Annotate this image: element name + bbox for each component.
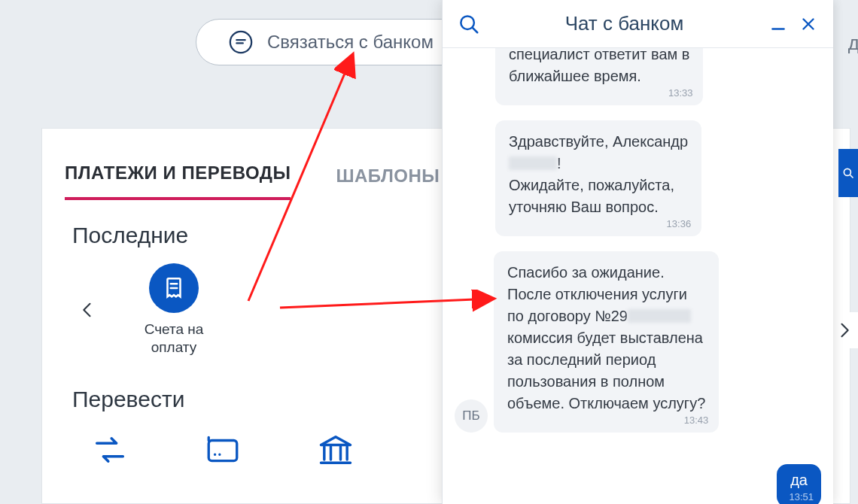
msg-time: 13:43 [684, 414, 709, 428]
tab-templates[interactable]: ШАБЛОНЫ [336, 165, 440, 200]
chat-minimize-button[interactable] [767, 13, 790, 35]
chat-icon [228, 29, 254, 55]
chat-body: специалист ответит вам в ближайшее время… [443, 48, 833, 504]
msg-text: Здравствуйте, Александр [509, 133, 688, 150]
msg-text: по договору №29 [507, 308, 628, 324]
chat-message-out: да 13:51 [455, 464, 821, 504]
chat-search-button[interactable] [456, 11, 482, 37]
chat-panel: Чат с банком специалист ответит вам в бл… [442, 0, 833, 504]
msg-time: 13:33 [668, 87, 693, 101]
page-next-button[interactable] [831, 312, 858, 348]
msg-text: ! [557, 155, 561, 172]
page-sliver-letter: д [848, 32, 858, 55]
chat-close-button[interactable] [797, 13, 820, 35]
recent-item-label: Счета на оплату [132, 320, 215, 357]
chat-bubble: да 13:51 [777, 464, 821, 504]
contact-bank-label: Связаться с банком [267, 32, 434, 53]
msg-text: да [790, 472, 808, 488]
tab-payments[interactable]: ПЛАТЕЖИ И ПЕРЕВОДЫ [65, 162, 291, 200]
receipt-icon [149, 263, 199, 313]
chat-bubble: специалист ответит вам в ближайшее время… [495, 48, 703, 105]
chat-header: Чат с банком [443, 0, 833, 48]
msg-text: специалист ответит вам в [509, 48, 689, 62]
msg-text: пользования в полном [507, 373, 665, 390]
redacted [628, 309, 691, 323]
transfer-between-accounts-icon[interactable] [87, 429, 132, 471]
chat-bubble: Спасибо за ожидание. После отключения ус… [494, 251, 719, 433]
recent-prev-button[interactable] [72, 295, 102, 325]
transfer-to-card-icon[interactable] [200, 429, 245, 471]
msg-text: После отключения услуги [507, 286, 687, 302]
operator-avatar: ПБ [455, 399, 488, 433]
svg-rect-1 [208, 440, 237, 460]
recent-item-invoices[interactable]: Счета на оплату [132, 263, 215, 357]
msg-text: уточняю Ваш вопрос. [509, 199, 659, 215]
transfer-to-bank-icon[interactable] [313, 429, 358, 471]
chat-message-in: ПБ Спасибо за ожидание. После отключения… [455, 251, 821, 433]
msg-text: ближайшее время. [509, 68, 641, 84]
chat-message-in: специалист ответит вам в ближайшее время… [455, 51, 821, 105]
chat-title: Чат с банком [482, 12, 767, 35]
msg-text: Спасибо за ожидание. [507, 264, 665, 281]
msg-text: Ожидайте, пожалуйста, [509, 177, 674, 193]
msg-text: комиссия будет выставлена [507, 329, 703, 346]
svg-point-0 [230, 32, 251, 53]
redacted [509, 156, 557, 170]
chat-message-in: Здравствуйте, Александр ! Ожидайте, пожа… [455, 120, 821, 236]
chat-bubble: Здравствуйте, Александр ! Ожидайте, пожа… [495, 120, 701, 236]
msg-time: 13:36 [667, 217, 692, 232]
msg-time: 13:51 [789, 491, 814, 502]
msg-text: за последний период [507, 351, 656, 368]
msg-text: объеме. Отключаем услугу? [507, 395, 705, 411]
